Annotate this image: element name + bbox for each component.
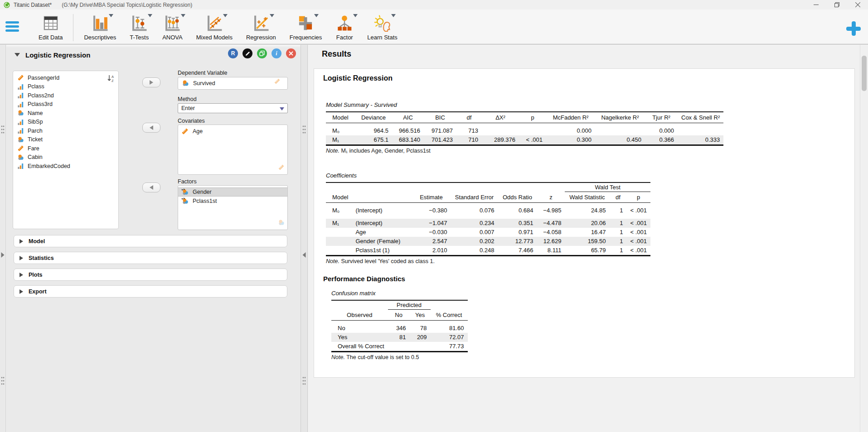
section-plots[interactable]: Plots bbox=[14, 269, 287, 281]
model-summary-note: Note. M₁ includes Age, Gender, Pclass1st bbox=[326, 148, 723, 154]
variable-sibsp[interactable]: SibSp bbox=[13, 118, 118, 127]
ordinal-icon bbox=[17, 92, 28, 99]
scrollbar-thumb[interactable] bbox=[862, 56, 867, 91]
ribbon-item-t-tests[interactable]: T-Tests bbox=[123, 13, 155, 42]
info-button[interactable]: i bbox=[272, 48, 281, 58]
allowed-type-scale-icon bbox=[274, 78, 285, 86]
close-window-button[interactable] bbox=[847, 0, 868, 10]
table-row: Age−0.0300.0070.971−4.05816.471< .001 bbox=[326, 228, 650, 237]
ribbon-item-frequencies[interactable]: Frequencies bbox=[283, 13, 329, 42]
dropdown-caret-icon bbox=[391, 14, 396, 17]
method-value: Enter bbox=[181, 105, 195, 111]
dropdown-caret-icon bbox=[353, 14, 358, 17]
variable-fare[interactable]: Fare bbox=[13, 144, 118, 153]
section-statistics[interactable]: Statistics bbox=[14, 252, 287, 264]
section-export[interactable]: Export bbox=[14, 285, 287, 298]
dropdown-caret-icon bbox=[109, 14, 113, 17]
variable-cabin[interactable]: Cabin bbox=[13, 153, 118, 162]
variable-pclass2nd[interactable]: Pclass2nd bbox=[13, 91, 118, 100]
assign-dependent-button[interactable] bbox=[142, 77, 160, 87]
drag-handle[interactable] bbox=[1, 125, 5, 136]
chevron-down-icon bbox=[280, 107, 284, 110]
model_summary-table: ModelDevianceAICBICdfΔX²pMcFadden R²Nage… bbox=[326, 111, 723, 146]
covariates-box[interactable]: Age bbox=[178, 125, 288, 175]
scale-icon bbox=[181, 128, 193, 135]
confusion-matrix-block: Confusion matrix PredictedObservedNoYes%… bbox=[331, 290, 468, 360]
allowed-type-scale-icon bbox=[278, 164, 285, 173]
drag-handle[interactable] bbox=[1, 376, 5, 388]
dropdown-caret-icon bbox=[314, 14, 319, 17]
results-panel: Results Logistic Regression Model Summar… bbox=[308, 45, 860, 432]
factor-icon bbox=[181, 188, 193, 196]
vertical-scrollbar[interactable] bbox=[860, 45, 868, 432]
drag-handle[interactable] bbox=[302, 376, 306, 388]
ribbon-item-factor[interactable]: Factor bbox=[329, 13, 360, 42]
ribbon-item-learn-stats[interactable]: Learn Stats bbox=[360, 13, 404, 42]
expand-icon bbox=[19, 273, 23, 277]
covariates-label: Covariates bbox=[178, 118, 205, 124]
performance-diagnostics-heading: Performance Diagnostics bbox=[323, 275, 405, 283]
restore-button[interactable] bbox=[826, 0, 847, 10]
window-title: Titanic Dataset* bbox=[14, 2, 52, 8]
ribbon-item-mixed-models[interactable]: Mixed Models bbox=[189, 13, 239, 42]
regression-icon bbox=[252, 14, 270, 32]
window-file-path: (G:\My Drive\MBA Special Topics\Logistic… bbox=[62, 2, 192, 8]
section-model[interactable]: Model bbox=[14, 235, 287, 247]
anova-icon bbox=[163, 14, 181, 32]
factor-icon bbox=[335, 14, 354, 32]
dropdown-caret-icon bbox=[148, 14, 152, 17]
dependent-variable-label: Dependent Variable bbox=[178, 70, 228, 76]
model-summary-block: Model Summary - Survived ModelDevianceAI… bbox=[326, 101, 723, 154]
assigned-variable-pclass1st[interactable]: Pclass1st bbox=[178, 197, 287, 206]
spreadsheet-icon bbox=[42, 14, 60, 32]
svg-text:Z: Z bbox=[112, 79, 114, 83]
assign-covariate-button[interactable] bbox=[142, 123, 160, 133]
learnstats-icon bbox=[373, 14, 392, 32]
title-bar: Titanic Dataset* (G:\My Drive\MBA Specia… bbox=[0, 0, 868, 10]
close-analysis-button[interactable] bbox=[286, 48, 296, 58]
table-row: Gender (Female)2.5470.20212.77312.629159… bbox=[326, 237, 650, 246]
analysis-title: Logistic Regression bbox=[25, 51, 90, 59]
expand-data-arrow[interactable] bbox=[1, 252, 5, 258]
assign-factor-button[interactable] bbox=[142, 182, 160, 192]
add-module-button[interactable] bbox=[846, 21, 861, 36]
table-row: M₀(Intercept)−0.3800.0760.684−4.98524.85… bbox=[326, 203, 650, 215]
model-summary-title: Model Summary - Survived bbox=[326, 101, 723, 108]
variable-passengerid[interactable]: PassengerId bbox=[13, 73, 118, 82]
table-row: Overall % Correct77.73 bbox=[331, 342, 468, 352]
variable-name[interactable]: Name bbox=[13, 109, 118, 118]
dependent-variable-field[interactable]: Survived bbox=[178, 77, 288, 90]
dropdown-caret-icon bbox=[181, 14, 185, 17]
collapse-analysis-icon[interactable] bbox=[15, 53, 20, 57]
main-menu-button[interactable] bbox=[5, 19, 21, 33]
ribbon-item-anova[interactable]: ANOVA bbox=[155, 13, 189, 42]
variable-pclass[interactable]: Pclass bbox=[13, 82, 118, 91]
table-row: Yes8120972.07 bbox=[331, 333, 468, 342]
dropdown-caret-icon bbox=[270, 14, 274, 17]
sort-variables-button[interactable]: AZ bbox=[107, 74, 116, 83]
duplicate-analysis-button[interactable] bbox=[257, 48, 267, 58]
variable-parch[interactable]: Parch bbox=[13, 126, 118, 135]
analysis-header[interactable]: Logistic Regression R i bbox=[6, 48, 301, 61]
scale-icon bbox=[17, 74, 28, 81]
drag-handle[interactable] bbox=[302, 125, 306, 136]
ribbon-item-descriptives[interactable]: Descriptives bbox=[77, 13, 123, 42]
assigned-variable-gender[interactable]: Gender bbox=[178, 187, 287, 197]
edit-title-button[interactable] bbox=[242, 48, 252, 58]
variable-pclass3rd[interactable]: Pclass3rd bbox=[13, 100, 118, 109]
variable-ticket[interactable]: Ticket bbox=[13, 135, 118, 144]
minimize-button[interactable] bbox=[805, 0, 826, 10]
allowed-type-nominal-icon bbox=[278, 219, 285, 228]
r-syntax-button[interactable]: R bbox=[228, 48, 238, 58]
collapse-input-arrow[interactable] bbox=[303, 252, 306, 258]
confusion-table: PredictedObservedNoYes% CorrectNo3467881… bbox=[331, 300, 468, 352]
ttests-icon bbox=[130, 14, 148, 32]
assigned-variable-age[interactable]: Age bbox=[178, 127, 287, 136]
factors-box[interactable]: GenderPclass1st bbox=[178, 185, 288, 230]
ribbon-item-edit-data[interactable]: Edit Data bbox=[32, 13, 69, 42]
variable-embarkedcoded[interactable]: EmbarkedCoded bbox=[13, 162, 118, 171]
panel-divider[interactable] bbox=[301, 45, 308, 432]
coefficients-note: Note. Survived level 'Yes' coded as clas… bbox=[326, 258, 650, 264]
method-dropdown[interactable]: Enter bbox=[178, 103, 288, 113]
ribbon-item-regression[interactable]: Regression bbox=[239, 13, 283, 42]
